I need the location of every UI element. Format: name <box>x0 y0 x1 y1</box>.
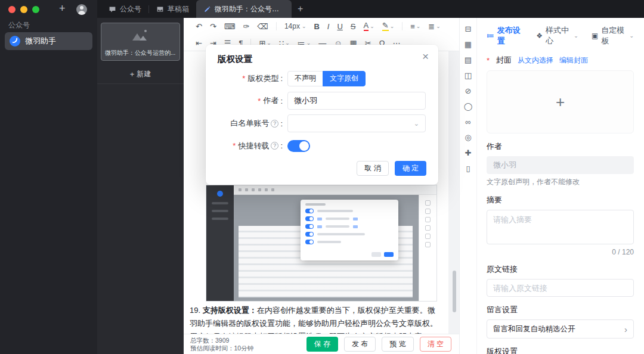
bold-icon[interactable]: B <box>314 23 319 30</box>
publish-settings-panel: ≔ 发布设置 ❖ 样式中心 ⌄ ▣ 自定模板 ⌄ * 封面 从文内选择 编辑封面… <box>477 18 644 354</box>
whitelist-label: 白名单账号 <box>230 118 269 129</box>
toolbar-separator <box>402 22 402 30</box>
type-none-option[interactable]: 不声明 <box>287 71 323 86</box>
save-button[interactable]: 保 存 <box>306 337 338 352</box>
author-row: * 作者 : <box>206 92 438 110</box>
quick-repost-toggle[interactable] <box>287 140 310 152</box>
format-painter-icon[interactable]: ✑ <box>243 23 250 30</box>
window-tab-bar: 公众号 草稿箱 微羽助手：公众号运... + <box>97 0 644 18</box>
edit-pencil-icon <box>203 5 211 13</box>
tab-drafts-label: 草稿箱 <box>168 4 189 14</box>
cover-label: 封面 <box>496 55 512 66</box>
paragraph-lead: 支持版权设置： <box>203 306 257 315</box>
tab-account[interactable]: 公众号 <box>101 0 148 18</box>
confirm-button[interactable]: 确 定 <box>395 161 426 176</box>
author-input[interactable] <box>487 156 634 174</box>
close-icon[interactable]: × <box>422 50 429 63</box>
preview-button[interactable]: 预 览 <box>382 337 413 352</box>
align-glyph: ≡ <box>410 23 415 30</box>
align-icon[interactable]: ≡ ⌄ <box>410 23 420 30</box>
material-icon[interactable]: ⊟ <box>465 25 472 33</box>
template-slot-icon[interactable]: ▯ <box>466 164 470 172</box>
loop-icon[interactable]: ∞ <box>465 118 470 126</box>
forbid-icon[interactable]: ⊘ <box>465 87 472 95</box>
publish-button[interactable]: 发 布 <box>344 337 376 352</box>
tab-drafts[interactable]: 草稿箱 <box>149 0 196 18</box>
close-window-button[interactable] <box>8 6 16 13</box>
sidebar-item-account[interactable]: 微羽助手 <box>5 32 92 50</box>
cancel-button[interactable]: 取 消 <box>357 161 388 176</box>
keyboard-icon[interactable]: ⌨ <box>224 23 236 30</box>
image-library-icon[interactable]: ▦ <box>465 41 472 48</box>
document-paragraph: 19. 支持版权设置：在内容创作越发重要的当下，版权保护至关重要。微羽助手编辑器… <box>190 304 441 334</box>
plugin-rail: ⊟ ▦ ▤ ◫ ⊘ ◯ ∞ ◎ ✚ ▯ <box>459 18 477 354</box>
undo-icon[interactable]: ↶ <box>196 23 202 30</box>
cover-upload-box[interactable]: + <box>487 70 634 133</box>
info-icon[interactable]: ? <box>271 142 278 150</box>
tab-publish-settings[interactable]: ≔ 发布设置 <box>487 25 523 46</box>
sidebar-section-label: 公众号 <box>8 20 30 30</box>
plus-icon: + <box>556 93 565 111</box>
window-controls <box>8 6 39 13</box>
line-height-icon[interactable]: ≣ ⌄ <box>428 23 440 30</box>
tab-style-center[interactable]: ❖ 样式中心 ⌄ <box>536 25 578 46</box>
caret-down-icon: ⌄ <box>370 24 374 29</box>
eraser-icon[interactable]: ⌫ <box>257 23 268 30</box>
underline-icon[interactable]: U <box>337 23 342 30</box>
font-color-icon[interactable]: A ⌄ <box>364 21 374 31</box>
modal-form: * 版权类型 : 不声明 文字原创 * 作者 : 白名单账 <box>206 70 438 159</box>
copyright-type-segment: 不声明 文字原创 <box>287 71 366 86</box>
summary-label: 摘要 <box>487 195 634 206</box>
circle-icon[interactable]: ◯ <box>464 103 473 110</box>
widget-icon[interactable]: ✚ <box>465 149 472 157</box>
caret-down-icon: ⌄ <box>302 24 306 29</box>
link-icon[interactable]: ◎ <box>465 133 471 141</box>
clear-button[interactable]: 清 空 <box>420 337 451 352</box>
new-tab-button[interactable]: + <box>298 4 303 14</box>
document-image[interactable] <box>206 185 437 302</box>
cover-header-row: * 封面 从文内选择 编辑封面 <box>487 55 634 66</box>
info-icon[interactable]: ? <box>271 120 278 128</box>
summary-textarea[interactable] <box>487 210 634 244</box>
comment-settings-label: 留言设置 <box>487 305 634 315</box>
label-colon: : <box>280 119 283 128</box>
cover-edit-link[interactable]: 编辑封面 <box>559 55 588 66</box>
editor-scrollbar[interactable] <box>453 271 456 312</box>
gallery-icon[interactable]: ◫ <box>465 72 472 79</box>
statusbar-actions: 保 存 发 布 预 览 清 空 <box>306 337 451 352</box>
font-size-select[interactable]: 14px ⌄ <box>284 22 306 30</box>
comment-settings-value: 留言和回复自动精选公开 <box>493 324 575 334</box>
card-icon[interactable]: ▤ <box>465 56 472 64</box>
minimize-window-button[interactable] <box>20 6 27 13</box>
chevron-right-icon: › <box>624 325 627 334</box>
type-original-option[interactable]: 文字原创 <box>323 71 366 86</box>
comment-settings-select[interactable]: 留言和回复自动精选公开 › <box>487 319 634 339</box>
strikethrough-icon[interactable]: S <box>351 23 356 30</box>
required-asterisk: * <box>487 56 490 65</box>
cover-pick-link[interactable]: 从文内选择 <box>518 55 553 66</box>
source-link-input[interactable] <box>487 279 634 297</box>
copyright-type-label: 版权类型 <box>247 73 278 84</box>
highlight-icon[interactable]: ✎ ⌄ <box>382 21 394 31</box>
tab-custom-template[interactable]: ▣ 自定模板 ⌄ <box>592 25 634 46</box>
outdent-icon[interactable]: ⇤ <box>196 39 202 47</box>
tab-publish-label: 发布设置 <box>497 25 524 46</box>
mini-canvas <box>234 195 419 301</box>
add-account-button[interactable]: + <box>59 2 66 15</box>
required-asterisk: * <box>258 97 261 105</box>
new-draft-button[interactable]: + 新建 <box>97 69 184 79</box>
zoom-window-button[interactable] <box>32 6 39 13</box>
redo-icon[interactable]: ↷ <box>210 23 216 30</box>
mini-toolbar <box>234 185 436 195</box>
inbox-icon <box>156 5 164 13</box>
user-avatar[interactable] <box>76 4 87 15</box>
chat-bubble-icon <box>109 5 116 13</box>
author-hint: 文字原创声明，作者不能修改 <box>487 177 634 187</box>
whitelist-select[interactable]: ⌄ <box>287 114 426 132</box>
draft-title: 微羽助手：公众号运营的... <box>101 47 179 57</box>
author-input[interactable] <box>287 92 426 110</box>
draft-card[interactable]: 微羽助手：公众号运营的... <box>101 23 180 61</box>
tab-editor-active[interactable]: 微羽助手：公众号运... <box>196 0 292 18</box>
whitelist-row: 白名单账号 ? : ⌄ <box>206 114 438 132</box>
italic-icon[interactable]: I <box>327 23 330 30</box>
